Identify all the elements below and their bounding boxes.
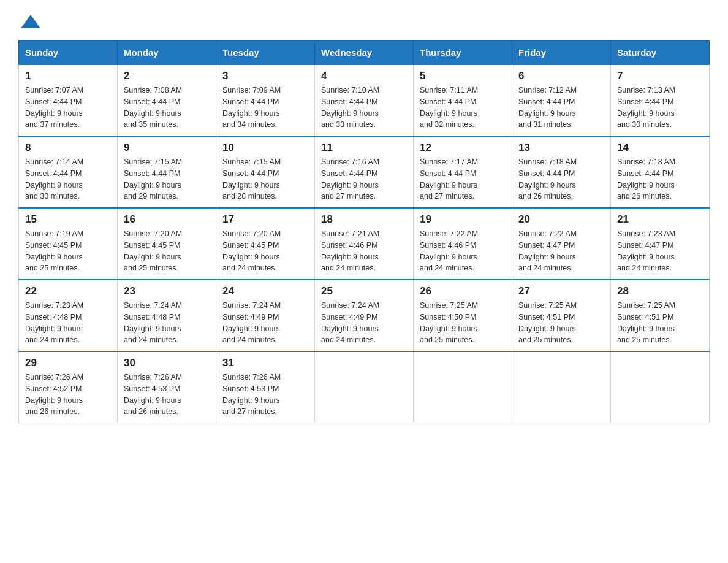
day-number: 21: [617, 213, 703, 226]
day-info: Sunrise: 7:14 AM Sunset: 4:44 PM Dayligh…: [25, 156, 111, 202]
day-info: Sunrise: 7:22 AM Sunset: 4:46 PM Dayligh…: [420, 228, 506, 274]
day-number: 23: [124, 285, 210, 297]
day-info: Sunrise: 7:08 AM Sunset: 4:44 PM Dayligh…: [124, 85, 210, 131]
day-info: Sunrise: 7:26 AM Sunset: 4:52 PM Dayligh…: [25, 372, 111, 418]
day-info: Sunrise: 7:24 AM Sunset: 4:49 PM Dayligh…: [321, 300, 407, 346]
day-number: 26: [420, 285, 506, 297]
day-number: 18: [321, 213, 407, 226]
calendar-cell: 25 Sunrise: 7:24 AM Sunset: 4:49 PM Dayl…: [315, 280, 414, 351]
day-number: 1: [25, 70, 111, 82]
calendar-cell: 27 Sunrise: 7:25 AM Sunset: 4:51 PM Dayl…: [512, 280, 611, 351]
calendar-cell: 15 Sunrise: 7:19 AM Sunset: 4:45 PM Dayl…: [19, 208, 118, 280]
calendar-cell: 6 Sunrise: 7:12 AM Sunset: 4:44 PM Dayli…: [512, 64, 611, 136]
day-info: Sunrise: 7:07 AM Sunset: 4:44 PM Dayligh…: [25, 85, 111, 131]
calendar-cell: 20 Sunrise: 7:22 AM Sunset: 4:47 PM Dayl…: [512, 208, 611, 280]
day-info: Sunrise: 7:24 AM Sunset: 4:49 PM Dayligh…: [222, 300, 308, 346]
calendar-cell: 22 Sunrise: 7:23 AM Sunset: 4:48 PM Dayl…: [19, 280, 118, 351]
calendar-cell: 21 Sunrise: 7:23 AM Sunset: 4:47 PM Dayl…: [611, 208, 710, 280]
day-number: 10: [222, 142, 308, 154]
day-number: 14: [617, 142, 703, 154]
calendar-cell: 26 Sunrise: 7:25 AM Sunset: 4:50 PM Dayl…: [414, 280, 512, 351]
weekday-header-row: SundayMondayTuesdayWednesdayThursdayFrid…: [19, 41, 710, 65]
day-info: Sunrise: 7:17 AM Sunset: 4:44 PM Dayligh…: [420, 156, 506, 202]
weekday-header-friday: Friday: [512, 41, 611, 65]
day-number: 20: [518, 213, 604, 226]
weekday-header-saturday: Saturday: [611, 41, 710, 65]
day-number: 8: [25, 142, 111, 154]
day-info: Sunrise: 7:10 AM Sunset: 4:44 PM Dayligh…: [321, 85, 407, 131]
day-number: 7: [617, 70, 703, 82]
calendar-cell: 28 Sunrise: 7:25 AM Sunset: 4:51 PM Dayl…: [611, 280, 710, 351]
calendar-cell: 30 Sunrise: 7:26 AM Sunset: 4:53 PM Dayl…: [118, 351, 216, 423]
day-info: Sunrise: 7:23 AM Sunset: 4:48 PM Dayligh…: [25, 300, 111, 346]
calendar-cell: 1 Sunrise: 7:07 AM Sunset: 4:44 PM Dayli…: [19, 64, 118, 136]
day-info: Sunrise: 7:16 AM Sunset: 4:44 PM Dayligh…: [321, 156, 407, 202]
day-number: 30: [124, 357, 210, 369]
day-info: Sunrise: 7:25 AM Sunset: 4:51 PM Dayligh…: [617, 300, 703, 346]
day-number: 6: [518, 70, 604, 82]
weekday-header-monday: Monday: [118, 41, 216, 65]
day-number: 12: [420, 142, 506, 154]
day-number: 29: [25, 357, 111, 369]
calendar-cell: 23 Sunrise: 7:24 AM Sunset: 4:48 PM Dayl…: [118, 280, 216, 351]
calendar-cell: [512, 351, 611, 423]
day-number: 15: [25, 213, 111, 226]
weekday-header-wednesday: Wednesday: [315, 41, 414, 65]
calendar-cell: 10 Sunrise: 7:15 AM Sunset: 4:44 PM Dayl…: [216, 136, 315, 208]
day-number: 22: [25, 285, 111, 297]
day-info: Sunrise: 7:20 AM Sunset: 4:45 PM Dayligh…: [222, 228, 308, 274]
day-info: Sunrise: 7:11 AM Sunset: 4:44 PM Dayligh…: [420, 85, 506, 131]
day-number: 13: [518, 142, 604, 154]
calendar-table: SundayMondayTuesdayWednesdayThursdayFrid…: [18, 40, 710, 423]
day-info: Sunrise: 7:26 AM Sunset: 4:53 PM Dayligh…: [222, 372, 308, 418]
day-number: 24: [222, 285, 308, 297]
page-header: [18, 15, 710, 29]
calendar-cell: 5 Sunrise: 7:11 AM Sunset: 4:44 PM Dayli…: [414, 64, 512, 136]
day-info: Sunrise: 7:15 AM Sunset: 4:44 PM Dayligh…: [124, 156, 210, 202]
calendar-cell: 3 Sunrise: 7:09 AM Sunset: 4:44 PM Dayli…: [216, 64, 315, 136]
day-info: Sunrise: 7:09 AM Sunset: 4:44 PM Dayligh…: [222, 85, 308, 131]
day-info: Sunrise: 7:25 AM Sunset: 4:50 PM Dayligh…: [420, 300, 506, 346]
calendar-cell: 11 Sunrise: 7:16 AM Sunset: 4:44 PM Dayl…: [315, 136, 414, 208]
day-info: Sunrise: 7:23 AM Sunset: 4:47 PM Dayligh…: [617, 228, 703, 274]
day-info: Sunrise: 7:26 AM Sunset: 4:53 PM Dayligh…: [124, 372, 210, 418]
calendar-cell: [315, 351, 414, 423]
day-number: 11: [321, 142, 407, 154]
day-info: Sunrise: 7:20 AM Sunset: 4:45 PM Dayligh…: [124, 228, 210, 274]
day-info: Sunrise: 7:18 AM Sunset: 4:44 PM Dayligh…: [518, 156, 604, 202]
calendar-week-row: 22 Sunrise: 7:23 AM Sunset: 4:48 PM Dayl…: [19, 280, 710, 351]
calendar-week-row: 15 Sunrise: 7:19 AM Sunset: 4:45 PM Dayl…: [19, 208, 710, 280]
day-info: Sunrise: 7:24 AM Sunset: 4:48 PM Dayligh…: [124, 300, 210, 346]
day-number: 3: [222, 70, 308, 82]
logo: [18, 15, 40, 29]
day-number: 2: [124, 70, 210, 82]
calendar-cell: 29 Sunrise: 7:26 AM Sunset: 4:52 PM Dayl…: [19, 351, 118, 423]
day-info: Sunrise: 7:25 AM Sunset: 4:51 PM Dayligh…: [518, 300, 604, 346]
day-number: 16: [124, 213, 210, 226]
weekday-header-sunday: Sunday: [19, 41, 118, 65]
calendar-cell: 17 Sunrise: 7:20 AM Sunset: 4:45 PM Dayl…: [216, 208, 315, 280]
calendar-cell: 24 Sunrise: 7:24 AM Sunset: 4:49 PM Dayl…: [216, 280, 315, 351]
calendar-cell: 7 Sunrise: 7:13 AM Sunset: 4:44 PM Dayli…: [611, 64, 710, 136]
calendar-cell: 19 Sunrise: 7:22 AM Sunset: 4:46 PM Dayl…: [414, 208, 512, 280]
calendar-cell: 31 Sunrise: 7:26 AM Sunset: 4:53 PM Dayl…: [216, 351, 315, 423]
calendar-cell: 12 Sunrise: 7:17 AM Sunset: 4:44 PM Dayl…: [414, 136, 512, 208]
day-info: Sunrise: 7:15 AM Sunset: 4:44 PM Dayligh…: [222, 156, 308, 202]
day-number: 17: [222, 213, 308, 226]
day-info: Sunrise: 7:13 AM Sunset: 4:44 PM Dayligh…: [617, 85, 703, 131]
calendar-cell: 14 Sunrise: 7:18 AM Sunset: 4:44 PM Dayl…: [611, 136, 710, 208]
calendar-cell: 8 Sunrise: 7:14 AM Sunset: 4:44 PM Dayli…: [19, 136, 118, 208]
calendar-cell: 2 Sunrise: 7:08 AM Sunset: 4:44 PM Dayli…: [118, 64, 216, 136]
day-number: 27: [518, 285, 604, 297]
day-info: Sunrise: 7:18 AM Sunset: 4:44 PM Dayligh…: [617, 156, 703, 202]
calendar-cell: 13 Sunrise: 7:18 AM Sunset: 4:44 PM Dayl…: [512, 136, 611, 208]
calendar-week-row: 29 Sunrise: 7:26 AM Sunset: 4:52 PM Dayl…: [19, 351, 710, 423]
day-info: Sunrise: 7:12 AM Sunset: 4:44 PM Dayligh…: [518, 85, 604, 131]
day-number: 19: [420, 213, 506, 226]
calendar-cell: 16 Sunrise: 7:20 AM Sunset: 4:45 PM Dayl…: [118, 208, 216, 280]
day-number: 5: [420, 70, 506, 82]
calendar-cell: 9 Sunrise: 7:15 AM Sunset: 4:44 PM Dayli…: [118, 136, 216, 208]
day-number: 28: [617, 285, 703, 297]
day-number: 4: [321, 70, 407, 82]
day-number: 25: [321, 285, 407, 297]
